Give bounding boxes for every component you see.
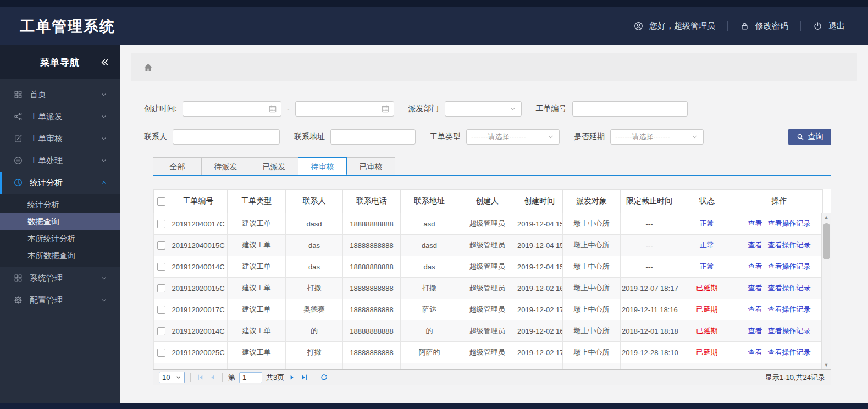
first-page-button[interactable] — [196, 373, 204, 382]
breadcrumb — [131, 53, 857, 81]
contact-label: 联系人 — [144, 132, 167, 142]
sidebar-item[interactable]: 系统管理 — [0, 267, 120, 289]
cell-address: 的 — [401, 320, 458, 342]
status-badge: 正常 — [678, 213, 736, 235]
sidebar-item[interactable]: 首页 — [0, 84, 120, 106]
table-header: 工单编号工单类型联系人联系电话联系地址创建人创建时间派发对象限定截止时间状态操作 — [154, 190, 823, 213]
address-label: 联系地址 — [294, 132, 325, 142]
view-link[interactable]: 查看 — [748, 241, 762, 249]
page-prefix-label: 第 — [228, 373, 235, 383]
sidebar-item[interactable]: 配置管理 — [0, 289, 120, 311]
create-time-start-input[interactable] — [183, 101, 281, 117]
status-badge: 正常 — [678, 235, 736, 256]
sidebar-subitem[interactable]: 数据查询 — [0, 213, 120, 230]
table-row: 201912020017C建议工单奥德赛18888888888萨达超级管理员20… — [154, 299, 823, 320]
view-operation-log-link[interactable]: 查看操作记录 — [768, 262, 811, 270]
view-link[interactable]: 查看 — [748, 327, 762, 335]
next-page-button[interactable] — [288, 373, 296, 382]
cell-contact: 打撒 — [286, 342, 343, 363]
cell-actions: 查看查看操作记录 — [736, 342, 823, 363]
cell-phone: 18888888888 — [343, 235, 401, 256]
row-checkbox[interactable] — [157, 306, 165, 314]
cell-type: 建议工单 — [228, 256, 286, 278]
main-content: 创建时间: - 派发部门 工单编号 — [120, 45, 868, 403]
header-divider — [800, 21, 801, 31]
create-time-end-input[interactable] — [295, 101, 394, 117]
cell-address: 萨达 — [401, 299, 458, 320]
cell-actions: 查看查看操作记录 — [736, 320, 823, 342]
view-link[interactable]: 查看 — [748, 348, 762, 356]
order-type-select[interactable]: -------请选择------- — [466, 129, 560, 145]
sidebar-subitem[interactable]: 统计分析 — [0, 196, 120, 213]
logout-label: 退出 — [828, 21, 845, 31]
column-header: 联系人 — [286, 190, 343, 213]
user-greeting[interactable]: 您好，超级管理员 — [626, 21, 723, 31]
row-checkbox[interactable] — [157, 284, 165, 292]
refresh-button[interactable] — [320, 373, 328, 382]
sidebar-item[interactable]: 工单处理 — [0, 150, 120, 172]
scroll-thumb[interactable] — [823, 223, 830, 259]
last-page-button[interactable] — [300, 373, 308, 382]
cell-actions: 查看查看操作记录 — [736, 235, 823, 256]
view-link[interactable]: 查看 — [748, 219, 762, 228]
sidebar-item[interactable]: 工单审核 — [0, 128, 120, 150]
search-button[interactable]: 查询 — [788, 129, 831, 145]
cell-order-no: 201912020025C — [169, 342, 228, 363]
view-operation-log-link[interactable]: 查看操作记录 — [768, 219, 811, 228]
view-operation-log-link[interactable]: 查看操作记录 — [768, 284, 811, 292]
contact-input[interactable] — [173, 129, 280, 145]
order-no-input[interactable] — [572, 101, 688, 117]
row-checkbox[interactable] — [157, 370, 165, 371]
tab-2[interactable]: 待派发 — [201, 157, 250, 175]
cell-actions: 查看查看操作记录 — [736, 256, 823, 278]
dispatch-dept-select[interactable] — [445, 101, 522, 117]
row-checkbox[interactable] — [157, 349, 165, 357]
table-scrollbar[interactable]: ▲ ▼ — [821, 213, 831, 369]
tab-4[interactable]: 待审核 — [298, 157, 347, 175]
page-size-select[interactable]: 10 — [159, 372, 185, 383]
row-checkbox[interactable] — [157, 220, 165, 228]
select-all-checkbox[interactable] — [157, 197, 165, 206]
collapse-sidebar-icon[interactable] — [99, 58, 109, 67]
change-password-link[interactable]: 修改密码 — [732, 21, 796, 31]
orders-table: 工单编号工单类型联系人联系电话联系地址创建人创建时间派发对象限定截止时间状态操作… — [153, 189, 831, 370]
current-page-input[interactable] — [239, 372, 262, 383]
view-link[interactable]: 查看 — [748, 284, 762, 292]
cell-type: 建议工单 — [228, 235, 286, 256]
delay-select[interactable]: -------请选择------- — [610, 129, 704, 145]
cell-creator: 超级管理员 — [458, 278, 516, 299]
address-input[interactable] — [330, 129, 416, 145]
sidebar-nav-header: 菜单导航 — [0, 45, 120, 79]
home-icon[interactable] — [143, 62, 153, 73]
view-operation-log-link[interactable]: 查看操作记录 — [768, 241, 811, 249]
power-icon — [813, 21, 822, 31]
view-link[interactable]: 查看 — [748, 305, 762, 313]
table-row: 201912020025C建议工单打撒18888888888阿萨的超级管理员20… — [154, 342, 823, 363]
view-operation-log-link[interactable]: 查看操作记录 — [768, 348, 811, 356]
logout-link[interactable]: 退出 — [805, 21, 853, 31]
cell-order-no: 201912040017C — [169, 213, 228, 235]
view-operation-log-link[interactable]: 查看操作记录 — [768, 305, 811, 313]
chevron-down-icon — [100, 113, 108, 120]
scroll-down-icon[interactable]: ▼ — [824, 361, 829, 369]
tab-1[interactable]: 全部 — [153, 157, 202, 175]
prev-page-button[interactable] — [208, 373, 217, 382]
header-divider — [727, 21, 728, 31]
row-checkbox[interactable] — [157, 263, 165, 271]
tab-3[interactable]: 已派发 — [250, 157, 298, 175]
status-badge: 已延期 — [678, 299, 736, 320]
view-link[interactable]: 查看 — [748, 262, 762, 270]
sidebar-subitem[interactable]: 本所统计分析 — [0, 230, 120, 247]
order-type-label: 工单类型 — [430, 132, 461, 142]
sidebar-item[interactable]: 工单派发 — [0, 106, 120, 128]
row-checkbox[interactable] — [157, 241, 165, 250]
sidebar-item[interactable]: 统计分析 — [0, 172, 120, 194]
tab-5[interactable]: 已审核 — [346, 157, 395, 175]
system-grid-icon — [14, 274, 23, 283]
row-checkbox[interactable] — [157, 327, 165, 335]
cell-contact: 奥德赛 — [286, 299, 343, 320]
scroll-up-icon[interactable]: ▲ — [824, 213, 829, 222]
sidebar-subitem[interactable]: 本所数据查询 — [0, 247, 120, 264]
cell-deadline: 2019-12-07 18:17 — [621, 278, 678, 299]
view-operation-log-link[interactable]: 查看操作记录 — [768, 327, 811, 335]
